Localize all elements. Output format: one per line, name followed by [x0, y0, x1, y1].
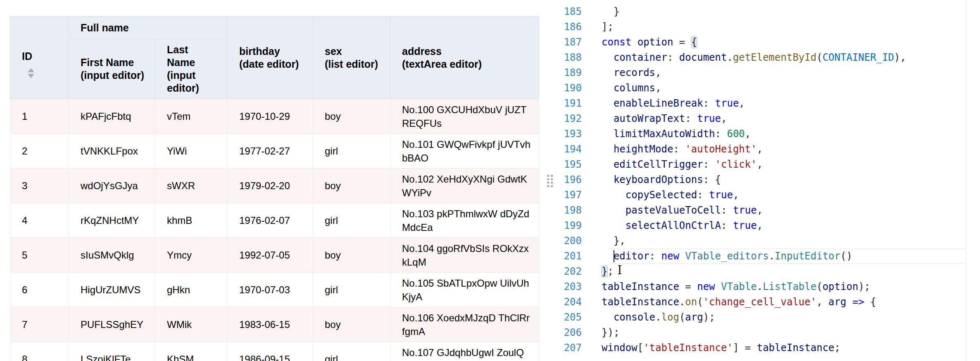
cell-birthday[interactable]: 1970-10-29	[228, 99, 313, 134]
cell-birthday[interactable]: 1979-02-20	[228, 169, 313, 203]
cell-first-name[interactable]: rKqZNHctMY	[69, 203, 155, 238]
code-text: autoWrapText: true,	[602, 111, 727, 126]
editor-scrollbar-track[interactable]	[966, 0, 966, 361]
cell-first-name[interactable]: tVNKKLFpox	[69, 134, 155, 169]
cell-sex[interactable]: girl	[313, 134, 390, 169]
code-line[interactable]: 190 columns,	[557, 81, 980, 96]
code-line[interactable]: 201 editor: new VTable_editors.InputEdit…	[557, 249, 980, 264]
code-line[interactable]: 192 autoWrapText: true,	[557, 111, 980, 126]
table-header: ID Full name birthday (date editor) sex …	[10, 17, 539, 99]
cell-last-name[interactable]: YiWi	[155, 134, 228, 169]
code-line[interactable]: 202};	[557, 264, 980, 279]
cell-sex[interactable]: boy	[313, 307, 390, 342]
cell-address[interactable]: No.106 XoedxMJzqD ThClRrfgmA	[390, 307, 539, 342]
cell-id[interactable]: 1	[10, 99, 69, 134]
code-line[interactable]: 188 container: document.getElementById(C…	[557, 50, 980, 65]
cell-birthday[interactable]: 1977-02-27	[228, 134, 313, 169]
line-number: 189	[557, 65, 582, 81]
cell-birthday[interactable]: 1970-07-03	[228, 273, 313, 307]
cell-sex[interactable]: girl	[313, 273, 390, 307]
code-line[interactable]: 186];	[557, 19, 980, 35]
data-table: ID Full name birthday (date editor) sex …	[10, 16, 539, 361]
code-line[interactable]: 184 width: 150	[557, 0, 980, 4]
line-number: 186	[557, 19, 582, 35]
cell-sex[interactable]: boy	[313, 169, 390, 203]
cell-birthday[interactable]: 1976-02-07	[228, 203, 313, 238]
cell-address[interactable]: No.103 pkPThmlwxW dDyZdMdcEa	[390, 203, 539, 238]
cell-id[interactable]: 8	[10, 342, 69, 361]
code-line[interactable]: 200 },	[557, 233, 980, 249]
cell-address[interactable]: No.105 SbATLpxOpw UilvUhKjyA	[390, 273, 539, 307]
column-header-id[interactable]: ID	[10, 17, 69, 99]
cell-address[interactable]: No.101 GWQwFivkpf jUVTvhbBAO	[390, 134, 539, 169]
line-number: 192	[557, 111, 582, 126]
cell-first-name[interactable]: kPAFjcFbtq	[69, 99, 155, 134]
cell-sex[interactable]: boy	[313, 99, 390, 134]
code-line[interactable]: 193 limitMaxAutoWidth: 600,	[557, 126, 980, 142]
code-line[interactable]: 194 heightMode: 'autoHeight',	[557, 142, 980, 157]
cell-sex[interactable]: girl	[313, 203, 390, 238]
code-line[interactable]: 196 keyboardOptions: {	[557, 172, 980, 188]
code-lines: 184 width: 150185 }186];187const option …	[557, 0, 980, 356]
line-number: 194	[557, 142, 582, 157]
code-line[interactable]: 203tableInstance = new VTable.ListTable(…	[557, 279, 980, 294]
code-text: pasteValueToCell: true,	[602, 203, 763, 218]
line-number: 188	[557, 50, 582, 65]
code-line[interactable]: 187const option = {	[557, 35, 980, 50]
code-line[interactable]: 197 copySelected: true,	[557, 188, 980, 203]
line-number: 185	[557, 4, 582, 19]
line-number: 203	[557, 279, 582, 294]
cell-address[interactable]: No.100 GXCUHdXbuV jUZTREQFUs	[390, 99, 539, 134]
cell-id[interactable]: 2	[10, 134, 69, 169]
code-line[interactable]: 206});	[557, 325, 980, 340]
cell-last-name[interactable]: khmB	[155, 203, 228, 238]
cell-address[interactable]: No.102 XeHdXyXNgi GdwtKWYiPv	[390, 169, 539, 203]
line-number: 187	[557, 35, 582, 50]
cell-sex[interactable]: boy	[313, 238, 390, 273]
cell-last-name[interactable]: gHkn	[155, 273, 228, 307]
drag-handle-icon[interactable]: ⣿	[545, 174, 554, 187]
line-number: 202	[557, 264, 582, 279]
cell-last-name[interactable]: sWXR	[155, 169, 228, 203]
code-line[interactable]: 199 selectAllOnCtrlA: true,	[557, 218, 980, 233]
cell-id[interactable]: 5	[10, 238, 69, 273]
code-line[interactable]: 185 }	[557, 4, 980, 19]
cell-first-name[interactable]: sIuSMvQklg	[69, 238, 155, 273]
cell-last-name[interactable]: WMik	[155, 307, 228, 342]
code-line[interactable]: 195 editCellTrigger: 'click',	[557, 157, 980, 172]
code-text: width: 150	[602, 0, 685, 4]
code-text: tableInstance = new VTable.ListTable(opt…	[602, 279, 870, 294]
cell-id[interactable]: 4	[10, 203, 69, 238]
cell-birthday[interactable]: 1983-06-15	[228, 307, 313, 342]
cell-id[interactable]: 7	[10, 307, 69, 342]
code-line[interactable]: 191 enableLineBreak: true,	[557, 96, 980, 111]
cell-first-name[interactable]: LSzoiKlFTe	[69, 342, 155, 361]
code-line[interactable]: 207window['tableInstance'] = tableInstan…	[557, 340, 980, 356]
sort-up-icon	[28, 68, 34, 72]
cell-first-name[interactable]: wdOjYsGJya	[69, 169, 155, 203]
code-text: editor: new VTable_editors.InputEditor()	[602, 249, 852, 264]
code-text: copySelected: true,	[602, 188, 739, 203]
code-line[interactable]: 204tableInstance.on('change_cell_value',…	[557, 294, 980, 310]
cell-birthday[interactable]: 1986-09-15	[228, 342, 313, 361]
line-number: 198	[557, 203, 582, 218]
cell-last-name[interactable]: vTem	[155, 99, 228, 134]
cell-last-name[interactable]: KhSM	[155, 342, 228, 361]
cell-address[interactable]: No.107 GJdqhbUgwI ZoulQDQKi	[390, 342, 539, 361]
code-editor[interactable]: 184 width: 150185 }186];187const option …	[557, 0, 980, 361]
code-line[interactable]: 205 console.log(arg);	[557, 310, 980, 325]
cell-id[interactable]: 6	[10, 273, 69, 307]
code-text: };	[602, 264, 614, 279]
cell-birthday[interactable]: 1992-07-05	[228, 238, 313, 273]
cell-address[interactable]: No.104 ggoRfVbSIs ROkXzxkLqM	[390, 238, 539, 273]
cell-id[interactable]: 3	[10, 169, 69, 203]
cell-first-name[interactable]: PUFLSSghEY	[69, 307, 155, 342]
cell-sex[interactable]: girl	[313, 342, 390, 361]
sort-icon[interactable]	[28, 68, 34, 78]
split-divider[interactable]: ⣿	[543, 0, 557, 361]
code-line[interactable]: 189 records,	[557, 65, 980, 81]
code-line[interactable]: 198 pasteValueToCell: true,	[557, 203, 980, 218]
text-caret	[614, 250, 614, 262]
cell-last-name[interactable]: Ymcy	[155, 238, 228, 273]
cell-first-name[interactable]: HigUrZUMVS	[69, 273, 155, 307]
